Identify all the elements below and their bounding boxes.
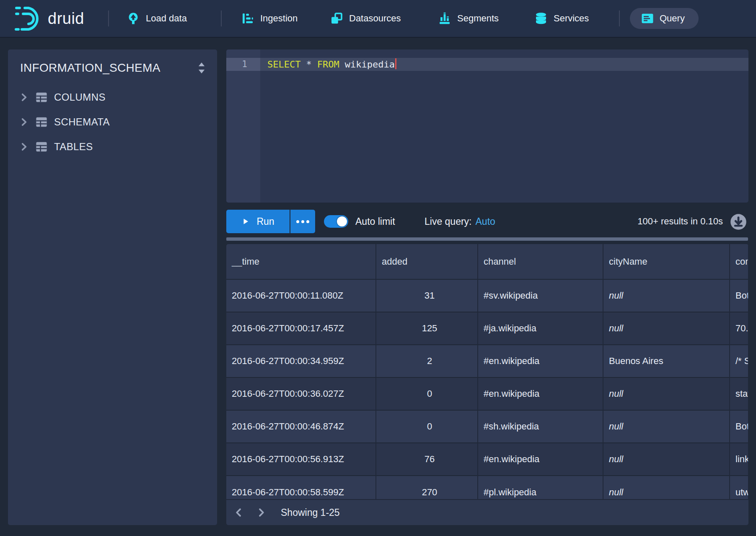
navbar: druid Load data Ingestion Datasources (0, 0, 756, 37)
table-cell: 2016-06-27T00:00:46.874Z (226, 410, 376, 443)
table-cell: null (603, 377, 730, 410)
table-cell: 0 (376, 410, 478, 443)
brand[interactable]: druid (14, 0, 84, 37)
sql-editor[interactable]: 1 SELECT*FROMwikipedia (226, 49, 748, 203)
live-query-value[interactable]: Auto (476, 216, 495, 227)
chevron-left-icon (234, 507, 244, 518)
chevron-right-icon (256, 507, 266, 518)
nav-divider (221, 10, 222, 26)
tree-item-label: SCHEMATA (54, 116, 110, 128)
table-cell: null (603, 410, 730, 443)
more-dots-icon (296, 220, 309, 223)
run-more-button[interactable] (290, 210, 315, 233)
table-cell: null (603, 443, 730, 476)
tree-item-schemata[interactable]: SCHEMATA (8, 109, 217, 134)
table-icon (36, 141, 47, 153)
sql-code-line: SELECT*FROMwikipedia (267, 58, 396, 71)
table-cell: null (603, 279, 730, 312)
table-header-row: __time added channel cityName comment (226, 244, 748, 279)
schema-tree: COLUMNS SCHEMATA (8, 85, 217, 159)
table-icon (36, 91, 47, 103)
table-cell: 70. (730, 312, 748, 345)
table-cell: /* S (730, 345, 748, 377)
column-header-time[interactable]: __time (226, 244, 376, 279)
nav-item-segments[interactable]: Segments (438, 0, 499, 37)
table-cell: 2016-06-27T00:00:17.457Z (226, 312, 376, 345)
table-icon (36, 116, 47, 128)
table-cell: Bot (730, 410, 748, 443)
play-icon (241, 217, 250, 226)
table-cell: null (603, 312, 730, 345)
sql-keyword: SELECT (267, 59, 300, 70)
schema-sidebar: INFORMATION_SCHEMA COLUMNS (8, 49, 217, 525)
table-cell: Buenos Aires (603, 345, 730, 377)
nav-item-ingestion[interactable]: Ingestion (241, 0, 298, 37)
table-cell: #en.wikipedia (478, 345, 603, 377)
table-cell: 2016-06-27T00:00:11.080Z (226, 279, 376, 312)
results-footer: Showing 1-25 (226, 499, 748, 525)
auto-limit-label: Auto limit (355, 209, 395, 234)
table-cell: #en.wikipedia (478, 377, 603, 410)
table-row: 2016-06-27T00:00:56.913Z76#en.wikipedian… (226, 443, 748, 476)
results-panel: __time added channel cityName comment 20… (226, 244, 748, 525)
download-icon[interactable] (730, 213, 747, 232)
table-row: 2016-06-27T00:00:46.874Z0#sh.wikipedianu… (226, 410, 748, 443)
nav-divider (108, 10, 109, 26)
table-row: 2016-06-27T00:00:34.959Z2#en.wikipediaBu… (226, 345, 748, 377)
column-header-cityname[interactable]: cityName (603, 244, 730, 279)
sql-keyword: FROM (317, 59, 339, 70)
next-page-button[interactable] (254, 506, 268, 519)
services-icon (535, 12, 547, 25)
column-header-comment[interactable]: comment (730, 244, 748, 279)
nav-item-load-data[interactable]: Load data (127, 0, 187, 37)
druid-logo-icon (14, 5, 44, 32)
table-cell: 2016-06-27T00:00:36.027Z (226, 377, 376, 410)
table-cell: 2 (376, 345, 478, 377)
showing-label: Showing 1-25 (281, 500, 340, 525)
chevron-right-icon (19, 93, 28, 102)
results-tbody: 2016-06-27T00:00:11.080Z31#sv.wikipedian… (226, 279, 748, 508)
brand-name: druid (48, 10, 84, 28)
table-row: 2016-06-27T00:00:11.080Z31#sv.wikipedian… (226, 279, 748, 312)
table-cell: 2016-06-27T00:00:56.913Z (226, 443, 376, 476)
double-caret-sort-icon[interactable] (196, 61, 207, 76)
segments-icon (438, 12, 451, 25)
table-cell: #sh.wikipedia (478, 410, 603, 443)
nav-item-datasources[interactable]: Datasources (330, 0, 401, 37)
nav-item-label: Datasources (349, 13, 401, 24)
tree-item-columns[interactable]: COLUMNS (8, 85, 217, 109)
table-cell: stat (730, 377, 748, 410)
tree-item-tables[interactable]: TABLES (8, 134, 217, 159)
results-summary: 100+ results in 0.10s (637, 209, 723, 234)
column-header-channel[interactable]: channel (478, 244, 603, 279)
query-icon (641, 12, 654, 25)
line-number: 1 (226, 58, 247, 71)
nav-item-query-active[interactable]: Query (630, 8, 699, 29)
live-query: Live query:Auto (425, 209, 495, 234)
nav-item-label: Services (554, 13, 589, 24)
datasources-icon (330, 12, 343, 25)
nav-divider (619, 10, 620, 26)
nav-item-services[interactable]: Services (535, 0, 589, 37)
tree-item-label: TABLES (54, 141, 93, 153)
load-data-icon (127, 12, 140, 25)
table-cell: 76 (376, 443, 478, 476)
nav-item-label: Load data (146, 13, 187, 24)
sql-identifier: wikipedia (345, 59, 395, 70)
column-header-added[interactable]: added (376, 244, 478, 279)
previous-page-button[interactable] (232, 506, 246, 519)
results-table: __time added channel cityName comment 20… (226, 244, 748, 508)
table-cell: 0 (376, 377, 478, 410)
editor-results-splitter[interactable] (226, 237, 748, 241)
table-cell: #ja.wikipedia (478, 312, 603, 345)
tree-item-label: COLUMNS (54, 91, 106, 103)
auto-limit-toggle[interactable] (324, 215, 348, 228)
table-cell: 125 (376, 312, 478, 345)
run-button-label: Run (256, 216, 274, 227)
table-row: 2016-06-27T00:00:36.027Z0#en.wikipedianu… (226, 377, 748, 410)
toggle-knob (337, 216, 347, 226)
table-row: 2016-06-27T00:00:17.457Z125#ja.wikipedia… (226, 312, 748, 345)
nav-item-label: Query (660, 13, 685, 24)
run-button[interactable]: Run (226, 210, 290, 233)
chevron-right-icon (19, 117, 28, 127)
